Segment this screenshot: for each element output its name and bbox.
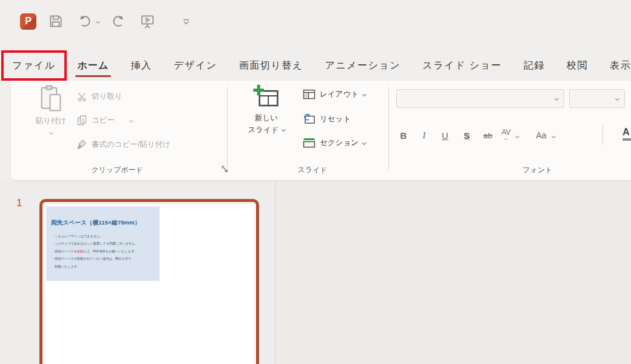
- dialog-launcher-icon: [221, 165, 229, 173]
- cut-label: 切り取り: [92, 92, 123, 102]
- powerpoint-logo: P: [20, 13, 36, 30]
- undo-button[interactable]: [75, 12, 93, 30]
- redo-button[interactable]: [110, 12, 128, 30]
- powerpoint-window: P: [0, 0, 631, 364]
- text-shadow-button[interactable]: S: [456, 130, 477, 141]
- layout-label: レイアウト: [320, 89, 359, 99]
- tab-file[interactable]: ファイル: [1, 50, 67, 81]
- paste-chevron-icon: [49, 130, 53, 135]
- underline-button[interactable]: U: [434, 130, 456, 141]
- thumbnail-bullet-line: ・宛先スペースを削除の上、PDF保存をお願いいたします。: [52, 248, 160, 255]
- font-size-combo[interactable]: [569, 89, 625, 108]
- font-name-chevron-icon: [555, 96, 559, 101]
- character-spacing-chevron-icon: [515, 133, 519, 138]
- save-button[interactable]: [47, 12, 65, 30]
- format-painter-button[interactable]: 書式のコピー/貼り付け: [76, 139, 170, 150]
- reset-label: リセット: [320, 114, 351, 124]
- group-divider: [227, 87, 228, 170]
- copy-icon: [76, 115, 87, 126]
- format-painter-icon: [76, 139, 87, 150]
- thumbnail-bullets: ・こちらにデザインはできません。・このサイズであればどこに配置しても問題ございま…: [52, 232, 160, 270]
- save-icon: [48, 13, 64, 29]
- tab-slideshow[interactable]: スライド ショー: [411, 50, 513, 81]
- paste-label: 貼り付け: [36, 116, 67, 126]
- new-slide-icon: [252, 84, 281, 113]
- tab-animations[interactable]: アニメーション: [314, 50, 412, 81]
- thumbnail-bullet-line: ・このサイズであればどこに配置しても問題ございません。: [52, 240, 160, 247]
- cut-icon: [76, 91, 87, 102]
- thumbnail-bullet-line: 削除いたします。: [52, 263, 160, 270]
- tab-design[interactable]: デザイン: [163, 50, 228, 81]
- slide-thumbnail[interactable]: 宛先スペース（横115×縦75mm） ・こちらにデザインはできません。・このサイ…: [39, 199, 259, 364]
- tab-bar: ファイルホーム挿入デザイン画面切り替えアニメーションスライド ショー記録校閲表示: [1, 50, 631, 81]
- font-name-combo[interactable]: [396, 89, 564, 108]
- copy-chevron-icon: [129, 118, 133, 122]
- ribbon-home: 貼り付け 切り取り コピー 書式のコピー/貼り付け: [11, 81, 631, 181]
- section-label: セクション: [320, 138, 359, 148]
- reset-icon: [303, 113, 316, 124]
- copy-button[interactable]: コピー: [76, 115, 133, 126]
- cut-button[interactable]: 切り取り: [76, 91, 123, 102]
- font-color-button[interactable]: A: [623, 127, 631, 141]
- change-case-button[interactable]: Aa: [532, 130, 550, 140]
- new-slide-button[interactable]: 新しい スライド: [237, 84, 296, 135]
- change-case-chevron-icon: [552, 133, 556, 138]
- address-space-box: 宛先スペース（横115×縦75mm） ・こちらにデザインはできません。・このサイ…: [46, 206, 160, 281]
- new-slide-label-2: スライド: [248, 125, 278, 135]
- content-area: 1 宛先スペース（横115×縦75mm） ・こちらにデザインはできません。・この…: [0, 181, 631, 364]
- customize-quick-access-button[interactable]: [177, 12, 195, 30]
- bold-button[interactable]: B: [393, 130, 414, 141]
- thumbnail-bullet-line: ・こちらにデザインはできません。: [52, 232, 160, 240]
- tab-insert[interactable]: 挿入: [120, 50, 163, 81]
- slides-group-label: スライド: [237, 165, 388, 175]
- section-icon: [303, 138, 316, 148]
- panel-divider: [275, 181, 275, 364]
- copy-label: コピー: [92, 115, 115, 126]
- new-slide-chevron-icon: [282, 127, 286, 131]
- clipboard-group-label: クリップボード: [23, 165, 211, 175]
- layout-chevron-icon: [362, 92, 366, 96]
- quick-access-toolbar: P: [20, 12, 195, 30]
- paste-button[interactable]: 貼り付け: [23, 84, 79, 134]
- tab-review[interactable]: 校閲: [556, 50, 599, 81]
- section-chevron-icon: [362, 141, 366, 145]
- slide-thumbnail-content: 宛先スペース（横115×縦75mm） ・こちらにデザインはできません。・このサイ…: [44, 204, 254, 364]
- clipboard-dialog-launcher[interactable]: [221, 165, 229, 173]
- reset-button[interactable]: リセット: [303, 113, 351, 124]
- customize-quick-access-icon: [181, 16, 192, 27]
- layout-icon: [303, 89, 316, 99]
- address-space-title: 宛先スペース（横115×縦75mm）: [51, 219, 160, 227]
- layout-button[interactable]: レイアウト: [303, 89, 366, 99]
- tab-record[interactable]: 記録: [513, 50, 556, 81]
- paste-icon: [39, 84, 63, 113]
- tab-view[interactable]: 表示: [599, 50, 631, 81]
- font-group-label: フォント: [399, 165, 631, 175]
- font-format-row: BIUSabAV↔Aa: [393, 127, 555, 144]
- font-row-divider: [602, 126, 603, 145]
- format-painter-label: 書式のコピー/貼り付け: [92, 140, 170, 150]
- title-bar: P: [0, 0, 631, 50]
- start-slideshow-button[interactable]: [138, 12, 157, 30]
- start-slideshow-icon: [140, 13, 155, 29]
- tab-home[interactable]: ホーム: [67, 50, 120, 81]
- strikethrough-button[interactable]: ab: [477, 131, 498, 140]
- character-spacing-button[interactable]: AV↔: [498, 129, 514, 141]
- undo-icon: [76, 13, 92, 29]
- italic-button[interactable]: I: [414, 130, 434, 141]
- redo-icon: [111, 13, 127, 29]
- group-divider: [388, 87, 389, 170]
- thumbnail-bullet-line: ・宛先スペースが削除されていない場合は、弊社の方で: [52, 255, 160, 262]
- new-slide-label-1: 新しい: [255, 113, 278, 123]
- section-button[interactable]: セクション: [303, 138, 366, 148]
- slide-editing-area[interactable]: [275, 181, 631, 364]
- font-size-chevron-icon: [615, 96, 619, 101]
- undo-menu-chevron[interactable]: [96, 19, 100, 23]
- ribbon-tab-row: ファイルホーム挿入デザイン画面切り替えアニメーションスライド ショー記録校閲表示: [0, 50, 631, 81]
- slide-number: 1: [16, 197, 22, 209]
- tab-transitions[interactable]: 画面切り替え: [228, 50, 314, 81]
